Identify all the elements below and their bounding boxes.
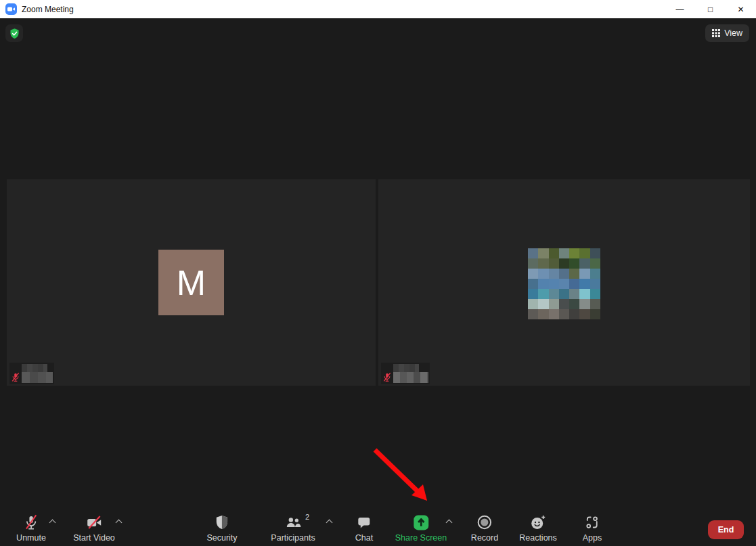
security-button[interactable]: Security — [206, 513, 237, 543]
unmute-options-chevron[interactable] — [49, 518, 56, 525]
mosaic-pixel — [559, 289, 569, 299]
mosaic-pixel — [559, 269, 569, 279]
mosaic-pixel — [538, 309, 548, 319]
tool-label: Start Video — [73, 533, 115, 543]
mosaic-pixel — [528, 279, 538, 289]
mosaic-pixel — [528, 269, 538, 279]
meeting-toolbar: Unmute Start Video — [0, 509, 756, 546]
avatar: M — [158, 250, 224, 315]
meeting-stage: View M — [0, 18, 756, 546]
mosaic-pixel — [590, 309, 600, 319]
participants-icon — [284, 514, 302, 530]
mosaic-pixel — [590, 248, 600, 258]
pixelated-video-thumbnail — [528, 248, 600, 319]
mosaic-pixel — [579, 269, 590, 279]
mosaic-pixel — [590, 299, 600, 309]
video-tile-participant-2[interactable] — [378, 179, 750, 386]
tool-label: Security — [206, 533, 237, 543]
mosaic-pixel — [559, 309, 569, 319]
muted-mic-icon — [382, 371, 392, 383]
mosaic-pixel — [590, 269, 600, 279]
unmute-button[interactable]: Unmute — [16, 513, 46, 543]
apps-icon — [584, 514, 600, 530]
mosaic-pixel — [569, 248, 579, 258]
encryption-shield-badge[interactable] — [5, 24, 23, 42]
tool-label: Share Screen — [395, 533, 447, 543]
participants-options-chevron[interactable] — [326, 518, 333, 525]
mosaic-pixel — [549, 258, 559, 269]
close-button[interactable]: ✕ — [726, 0, 756, 18]
participants-button[interactable]: 2 Participants — [271, 513, 315, 543]
share-screen-button[interactable]: Share Screen — [395, 513, 447, 543]
mosaic-pixel — [549, 299, 559, 309]
mosaic-pixel — [559, 299, 569, 309]
video-off-icon — [85, 514, 103, 531]
mosaic-pixel — [538, 289, 548, 299]
record-button[interactable]: Record — [471, 513, 498, 543]
mosaic-pixel — [549, 309, 559, 319]
tool-label: Participants — [271, 533, 315, 543]
window-controls: — □ ✕ — [665, 0, 756, 18]
mosaic-pixel — [549, 289, 559, 299]
participants-count-badge: 2 — [305, 513, 309, 521]
mosaic-pixel — [569, 279, 579, 289]
zoom-logo-icon — [5, 3, 17, 15]
minimize-button[interactable]: — — [665, 0, 695, 18]
mosaic-pixel — [549, 248, 559, 258]
mosaic-pixel — [590, 289, 600, 299]
mosaic-pixel — [538, 279, 548, 289]
mosaic-pixel — [549, 269, 559, 279]
share-screen-icon — [413, 514, 430, 531]
mosaic-pixel — [538, 269, 548, 279]
mosaic-pixel — [538, 248, 548, 258]
titlebar: Zoom Meeting — □ ✕ — [0, 0, 756, 18]
chat-icon — [356, 514, 372, 530]
share-options-chevron[interactable] — [446, 518, 453, 525]
mosaic-pixel — [528, 248, 538, 258]
reactions-icon — [530, 514, 547, 531]
mosaic-pixel — [569, 258, 579, 269]
mosaic-pixel — [559, 258, 569, 269]
participant-name-redacted — [22, 364, 53, 383]
security-shield-icon — [215, 514, 230, 530]
view-button[interactable]: View — [705, 24, 749, 42]
mosaic-pixel — [569, 289, 579, 299]
mosaic-pixel — [559, 248, 569, 258]
mosaic-pixel — [579, 289, 590, 299]
tool-label: Apps — [583, 533, 602, 543]
mosaic-pixel — [528, 309, 538, 319]
grid-view-icon — [712, 29, 720, 37]
mosaic-pixel — [590, 258, 600, 269]
record-icon — [476, 514, 493, 530]
mosaic-pixel — [528, 299, 538, 309]
mosaic-pixel — [569, 309, 579, 319]
tool-label: Reactions — [519, 533, 557, 543]
annotation-arrow — [369, 440, 437, 511]
start-video-button[interactable]: Start Video — [73, 513, 115, 543]
participant-nameplate — [9, 363, 54, 384]
tool-label: Unmute — [16, 533, 46, 543]
apps-button[interactable]: Apps — [583, 513, 602, 543]
video-tile-participant-1[interactable]: M — [7, 179, 376, 386]
participant-nameplate — [381, 363, 430, 384]
video-options-chevron[interactable] — [116, 518, 123, 525]
mosaic-pixel — [538, 299, 548, 309]
reactions-button[interactable]: Reactions — [519, 513, 557, 543]
end-meeting-button[interactable]: End — [708, 520, 744, 539]
mosaic-pixel — [559, 279, 569, 289]
mosaic-pixel — [528, 258, 538, 269]
mosaic-pixel — [538, 258, 548, 269]
mic-off-icon — [23, 514, 39, 531]
chat-button[interactable]: Chat — [355, 513, 373, 543]
zoom-meeting-window: Zoom Meeting — □ ✕ View — [0, 0, 756, 546]
mosaic-pixel — [579, 309, 590, 319]
window-title: Zoom Meeting — [22, 5, 74, 14]
tool-label: Record — [471, 533, 498, 543]
mosaic-pixel — [590, 279, 600, 289]
shield-check-icon — [9, 28, 20, 39]
maximize-button[interactable]: □ — [695, 0, 726, 18]
muted-mic-icon — [11, 371, 20, 383]
avatar-initial: M — [177, 265, 206, 300]
participant-name-redacted — [393, 364, 428, 383]
mosaic-pixel — [579, 258, 590, 269]
